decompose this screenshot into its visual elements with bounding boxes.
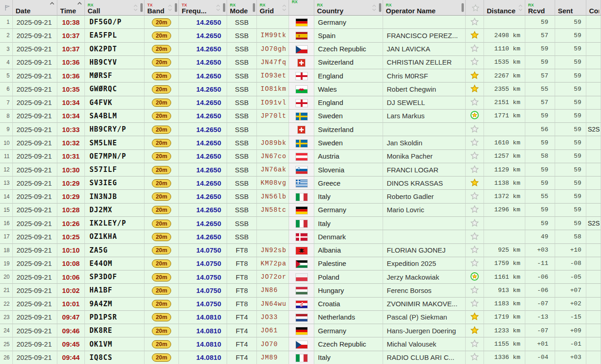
column-header-time[interactable]: Time (57, 0, 85, 16)
column-header-sent[interactable]: Sent (555, 0, 586, 16)
favorite-star-cell[interactable] (466, 16, 484, 29)
log-row[interactable]: 19 2025-09-21 10:08 E44OM 20m 14.0750 FT… (0, 257, 601, 270)
log-row[interactable]: 21 2025-09-21 10:02 HA1BF 20m 14.0750 FT… (0, 284, 601, 297)
date-cell: 2025-09-21 (13, 29, 57, 42)
country-cell: Sweden (314, 110, 383, 123)
column-header-star[interactable] (466, 0, 484, 16)
country-cell: Italy (314, 351, 383, 364)
country-flag-cell (289, 176, 314, 190)
log-row[interactable]: 23 2025-09-21 09:47 PD1PSR 20m 14.0810 F… (0, 311, 601, 324)
log-row[interactable]: 11 2025-09-21 10:31 OE7MPN/P 20m 14.2650… (0, 150, 601, 163)
column-header-grid[interactable]: RXGrid (257, 0, 289, 16)
favorite-star-cell[interactable] (466, 96, 484, 110)
favorite-star-cell[interactable] (466, 204, 484, 217)
log-row[interactable]: 12 2025-09-21 10:30 S57ILF 20m 14.2650 S… (0, 163, 601, 176)
favorite-star-cell[interactable] (466, 298, 484, 311)
column-header-call[interactable]: RXCall (85, 0, 145, 16)
column-header-rowflag[interactable] (0, 0, 13, 16)
column-resize-handle[interactable] (223, 3, 225, 12)
favorite-star-cell[interactable] (466, 351, 484, 364)
favorite-star-cell[interactable] (466, 230, 484, 243)
log-row[interactable]: 14 2025-09-21 10:29 IN3NJB 20m 14.2650 S… (0, 190, 601, 203)
band-badge: 20m (152, 287, 171, 295)
log-row[interactable]: 15 2025-09-21 10:28 DJ2MX 20m 14.2650 SS… (0, 204, 601, 217)
column-header-flag[interactable]: RX (289, 0, 314, 16)
band-cell: 20m (145, 324, 179, 337)
column-header-comment[interactable]: Comment (586, 0, 601, 16)
log-row[interactable]: 9 2025-09-21 10:33 HB9CRY/P 20m 14.2650 … (0, 123, 601, 136)
log-row[interactable]: 16 2025-09-21 10:26 IK2LEY/P 20m 14.2650… (0, 217, 601, 230)
log-row[interactable]: 25 2025-09-21 09:45 OK1VM 20m 14.0810 FT… (0, 337, 601, 351)
comment-cell (586, 244, 601, 257)
favorite-star-cell[interactable] (466, 163, 484, 176)
column-header-country[interactable]: RXCountry (314, 0, 383, 16)
rcvd-cell: 59 (525, 43, 555, 56)
column-resize-handle[interactable] (175, 3, 177, 12)
column-header-frequency[interactable]: TXFrequ... (179, 0, 227, 16)
column-header-distance[interactable]: Distance (484, 0, 525, 16)
favorite-star-cell[interactable] (466, 110, 484, 123)
favorite-star-cell[interactable] (466, 190, 484, 203)
rcvd-cell: 59 (525, 176, 555, 190)
country-flag-icon (296, 314, 307, 321)
column-header-mode[interactable]: RXMode (227, 0, 257, 16)
favorite-star-cell[interactable] (466, 29, 484, 42)
frequency-cell: 14.2650 (179, 69, 227, 83)
column-resize-handle[interactable] (253, 3, 255, 12)
distance-cell: 2151 km (484, 96, 525, 110)
favorite-star-cell[interactable] (466, 270, 484, 284)
favorite-star-cell[interactable] (466, 83, 484, 96)
log-row[interactable]: 18 2025-09-21 10:10 ZA5G 20m 14.0750 FT8… (0, 244, 601, 257)
column-resize-handle[interactable] (140, 3, 143, 12)
log-row[interactable]: 7 2025-09-21 10:34 G4FVK 20m 14.2650 SSB… (0, 96, 601, 110)
favorite-star-cell[interactable] (466, 284, 484, 297)
favorite-star-cell[interactable] (466, 56, 484, 69)
favorite-star-cell[interactable] (466, 69, 484, 83)
column-header-rcvd[interactable]: RXRcvd (525, 0, 555, 16)
time-cell: 10:36 (57, 69, 85, 83)
column-resize-handle[interactable] (462, 3, 464, 12)
log-row[interactable]: 1 2025-09-21 10:38 DF5GO/P 20m 14.2650 S… (0, 16, 601, 29)
grid-cell: JN56lb (257, 190, 289, 203)
column-header-date[interactable]: Date (13, 0, 57, 16)
favorite-star-cell[interactable] (466, 257, 484, 270)
favorite-star-cell[interactable] (466, 217, 484, 230)
sort-chevrons-icon (282, 5, 286, 11)
log-row[interactable]: 4 2025-09-21 10:36 HB9CYV 20m 14.2650 SS… (0, 56, 601, 69)
log-row[interactable]: 10 2025-09-21 10:32 SM5LNE 20m 14.2650 S… (0, 136, 601, 149)
distance-cell: 1233 km (484, 324, 525, 337)
frequency-cell: 14.2650 (179, 190, 227, 203)
log-row[interactable]: 2 2025-09-21 10:37 EA5FPL 20m 14.2650 SS… (0, 29, 601, 42)
favorite-star-cell[interactable] (466, 176, 484, 190)
favorite-star-cell[interactable] (466, 123, 484, 136)
country-flag-cell (289, 298, 314, 311)
log-row[interactable]: 20 2025-09-21 10:06 SP3DOF 20m 14.0750 F… (0, 270, 601, 284)
favorite-star-cell[interactable] (466, 43, 484, 56)
log-row[interactable]: 8 2025-09-21 10:34 SA4BLM 20m 14.2650 SS… (0, 110, 601, 123)
band-cell: 20m (145, 110, 179, 123)
column-header-operator-name[interactable]: RXOperator Name (383, 0, 466, 16)
favorite-star-cell[interactable] (466, 150, 484, 163)
favorite-star-cell[interactable] (466, 337, 484, 351)
log-row[interactable]: 22 2025-09-21 10:01 9A4ZM 20m 14.0750 FT… (0, 298, 601, 311)
distance-cell: 1535 km (484, 56, 525, 69)
log-row[interactable]: 26 2025-09-21 09:44 IQ8CS 20m 14.0810 FT… (0, 351, 601, 364)
favorite-star-cell[interactable] (466, 311, 484, 324)
callsign-cell: OK2PDT (85, 43, 145, 56)
log-row[interactable]: 5 2025-09-21 10:36 MØRSF 20m 14.2650 SSB… (0, 69, 601, 83)
log-row[interactable]: 17 2025-09-21 10:25 OZ1KHA 20m 14.2650 S… (0, 230, 601, 243)
column-resize-handle[interactable] (379, 3, 381, 12)
operator-name-cell: Ferenc Borsos (383, 284, 466, 297)
favorite-star-cell[interactable] (466, 136, 484, 149)
log-row[interactable]: 3 2025-09-21 10:37 OK2PDT 20m 14.2650 SS… (0, 43, 601, 56)
log-row[interactable]: 13 2025-09-21 10:29 SV3IEG 20m 14.2650 S… (0, 176, 601, 190)
callsign-cell: OK1VM (85, 337, 145, 351)
column-header-band[interactable]: TXBand (145, 0, 179, 16)
country-flag-cell (289, 284, 314, 297)
favorite-star-cell[interactable] (466, 244, 484, 257)
star-icon (470, 341, 479, 349)
log-row[interactable]: 6 2025-09-21 10:35 GWØRQC 20m 14.2650 SS… (0, 83, 601, 96)
frequency-cell: 14.2650 (179, 96, 227, 110)
log-row[interactable]: 24 2025-09-21 09:46 DK8RE 20m 14.0810 FT… (0, 324, 601, 337)
favorite-star-cell[interactable] (466, 324, 484, 337)
